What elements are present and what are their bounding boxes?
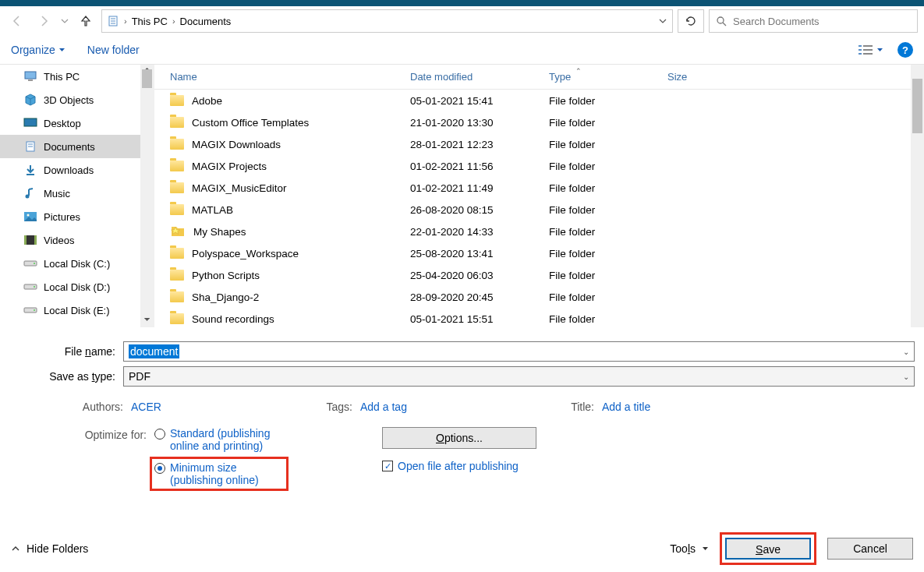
file-row[interactable]: Custom Office Templates21-01-2020 13:30F… bbox=[154, 111, 924, 133]
music-icon bbox=[23, 186, 37, 200]
chevron-down-icon bbox=[58, 47, 65, 54]
column-name[interactable]: Name bbox=[154, 71, 410, 83]
tree-scrollbar[interactable]: ⏶ ⏷ bbox=[140, 65, 154, 327]
column-date[interactable]: Date modified bbox=[410, 71, 549, 83]
folder-icon bbox=[170, 161, 184, 171]
svg-point-27 bbox=[34, 263, 35, 264]
folder-icon bbox=[170, 204, 184, 215]
address-bar[interactable]: › This PC › Documents bbox=[101, 9, 673, 33]
tools-menu[interactable]: Tools bbox=[670, 542, 709, 555]
svg-rect-24 bbox=[24, 235, 27, 245]
tree-item-local-disk-c-[interactable]: Local Disk (C:) bbox=[0, 252, 154, 275]
options-button[interactable]: Options... bbox=[382, 427, 536, 449]
file-row[interactable]: MAGIX Downloads28-01-2021 12:23File fold… bbox=[154, 133, 924, 155]
documents-icon bbox=[107, 15, 119, 27]
tree-item-desktop[interactable]: Desktop bbox=[0, 111, 154, 135]
chevron-down-icon[interactable]: ⌄ bbox=[903, 348, 909, 356]
svg-rect-8 bbox=[859, 49, 862, 51]
back-button[interactable] bbox=[6, 10, 28, 32]
svg-point-29 bbox=[34, 286, 35, 288]
file-row[interactable]: MATLAB26-08-2020 08:15File folder bbox=[154, 199, 924, 221]
file-row[interactable]: MAGIX Projects01-02-2021 11:56File folde… bbox=[154, 155, 924, 177]
organize-menu[interactable]: Organize bbox=[11, 44, 65, 56]
scrollbar-thumb[interactable] bbox=[142, 69, 152, 88]
svg-point-31 bbox=[34, 309, 35, 311]
saveastype-label: Save as type: bbox=[9, 370, 123, 383]
file-row[interactable]: Sound recordings05-01-2021 15:51File fol… bbox=[154, 308, 924, 327]
file-row[interactable]: Sha_Django-228-09-2020 20:45File folder bbox=[154, 286, 924, 308]
footer: Hide Folders Tools Save Cancel bbox=[0, 535, 924, 563]
recent-dropdown[interactable] bbox=[59, 10, 70, 32]
svg-rect-7 bbox=[863, 45, 873, 47]
file-row[interactable]: MAGIX_MusicEditor01-02-2021 11:49File fo… bbox=[154, 177, 924, 199]
up-button[interactable] bbox=[75, 10, 97, 32]
svg-rect-13 bbox=[28, 79, 33, 81]
chevron-down-icon bbox=[702, 546, 709, 553]
folder-icon bbox=[170, 291, 184, 302]
svg-rect-10 bbox=[859, 53, 862, 55]
view-options-button[interactable] bbox=[858, 44, 883, 56]
title-value[interactable]: Add a title bbox=[602, 401, 650, 413]
save-button[interactable]: Save bbox=[725, 538, 811, 560]
saveastype-combo[interactable]: PDF ⌄ bbox=[123, 366, 915, 387]
radio-icon bbox=[154, 463, 165, 474]
chevron-right-icon: › bbox=[124, 16, 127, 26]
tree-item-3d-objects[interactable]: 3D Objects bbox=[0, 88, 154, 111]
navigation-tree: This PC3D ObjectsDesktopDocumentsDownloa… bbox=[0, 65, 154, 327]
tree-item-videos[interactable]: Videos bbox=[0, 228, 154, 252]
3d-icon bbox=[23, 93, 37, 107]
doc-icon bbox=[23, 139, 37, 154]
title-label: Title: bbox=[540, 401, 594, 413]
open-after-checkbox[interactable]: ✓ Open file after publishing bbox=[382, 460, 536, 472]
help-button[interactable]: ? bbox=[897, 42, 913, 58]
column-headers: Name Date modified Type⌃ Size bbox=[154, 65, 924, 90]
scrollbar-thumb[interactable] bbox=[912, 79, 922, 133]
vid-icon bbox=[23, 233, 37, 247]
chevron-down-icon[interactable] bbox=[658, 16, 667, 26]
main-area: This PC3D ObjectsDesktopDocumentsDownloa… bbox=[0, 64, 924, 327]
file-row[interactable]: Adobe05-01-2021 15:41File folder bbox=[154, 90, 924, 111]
tags-label: Tags: bbox=[290, 401, 352, 413]
optimize-label: Optimize for: bbox=[9, 427, 154, 491]
radio-icon bbox=[154, 429, 165, 440]
disk-icon bbox=[23, 280, 37, 294]
filename-input[interactable]: document ⌄ bbox=[123, 341, 915, 362]
new-folder-button[interactable]: New folder bbox=[87, 44, 140, 56]
refresh-button[interactable] bbox=[678, 9, 704, 33]
file-row[interactable]: Polyspace_Workspace25-08-2020 13:41File … bbox=[154, 242, 924, 264]
radio-minimum[interactable]: Minimum size (publishing online) bbox=[154, 461, 284, 486]
folder-icon bbox=[170, 139, 184, 150]
tree-item-this-pc[interactable]: This PC bbox=[0, 65, 154, 88]
checkbox-icon: ✓ bbox=[382, 461, 393, 471]
file-scrollbar[interactable] bbox=[911, 65, 924, 327]
column-size[interactable]: Size bbox=[667, 71, 924, 83]
hide-folders-button[interactable]: Hide Folders bbox=[11, 542, 88, 555]
highlight-save-button: Save bbox=[720, 532, 816, 565]
breadcrumb-this-pc[interactable]: This PC bbox=[132, 16, 168, 27]
folder-icon bbox=[170, 313, 184, 324]
tree-item-local-disk-d-[interactable]: Local Disk (D:) bbox=[0, 275, 154, 298]
pc-icon bbox=[23, 69, 37, 83]
search-input[interactable]: Search Documents bbox=[709, 9, 918, 33]
radio-standard[interactable]: Standard (publishing online and printing… bbox=[154, 427, 289, 452]
forward-button[interactable] bbox=[33, 10, 55, 32]
tags-value[interactable]: Add a tag bbox=[360, 401, 407, 413]
column-type[interactable]: Type⌃ bbox=[549, 71, 667, 83]
file-row[interactable]: Python Scripts25-04-2020 06:03File folde… bbox=[154, 264, 924, 286]
authors-value[interactable]: ACER bbox=[131, 401, 161, 413]
file-row[interactable]: My Shapes22-01-2020 14:33File folder bbox=[154, 221, 924, 242]
tree-item-local-disk-e-[interactable]: Local Disk (E:) bbox=[0, 298, 154, 322]
cancel-button[interactable]: Cancel bbox=[827, 538, 913, 560]
disk-icon bbox=[23, 256, 37, 270]
toolbar: Organize New folder ? bbox=[0, 36, 924, 64]
scroll-down-icon[interactable]: ⏷ bbox=[140, 315, 154, 327]
breadcrumb-documents[interactable]: Documents bbox=[180, 16, 232, 27]
chevron-down-icon[interactable]: ⌄ bbox=[903, 373, 909, 381]
folder-icon bbox=[170, 117, 184, 128]
down-icon bbox=[23, 163, 37, 177]
folder-icon bbox=[170, 182, 184, 193]
tree-item-documents[interactable]: Documents bbox=[0, 135, 154, 158]
tree-item-pictures[interactable]: Pictures bbox=[0, 205, 154, 228]
tree-item-downloads[interactable]: Downloads bbox=[0, 158, 154, 182]
tree-item-music[interactable]: Music bbox=[0, 182, 154, 205]
